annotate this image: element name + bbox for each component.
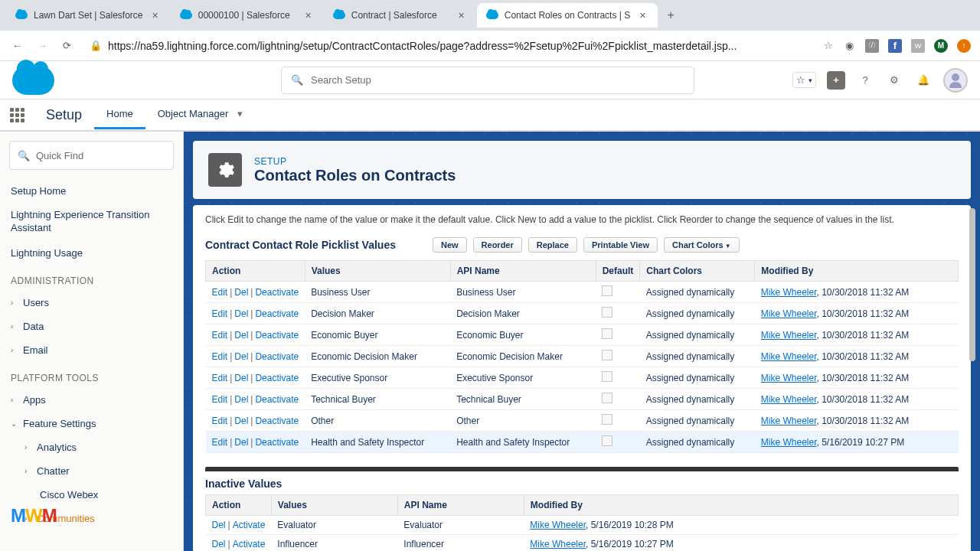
edit-link[interactable]: Edit [212,330,228,341]
browser-tab-strip: Lawn Dart Set | Salesforce × 00000100 | … [0,0,980,31]
setup-gear-icon[interactable]: ⚙ [885,71,903,90]
sidebar-item-feature-settings[interactable]: ⌄Feature Settings [0,412,183,435]
extension-icon[interactable]: ↑ [957,39,971,53]
sidebar-item-cisco-webex[interactable]: Cisco Webex [0,483,183,507]
del-link[interactable]: Del [234,416,248,426]
user-link[interactable]: Mike Wheeler [761,287,817,298]
edit-link[interactable]: Edit [212,373,228,383]
checkbox-icon[interactable] [602,393,612,403]
sidebar-item-users[interactable]: ›Users [0,291,183,315]
checkbox-icon[interactable] [602,307,612,318]
extension-icon[interactable]: ◉ [842,39,856,53]
deactivate-link[interactable]: Deactivate [255,351,299,362]
global-actions-icon[interactable]: + [827,71,845,90]
edit-link[interactable]: Edit [212,394,228,405]
checkbox-icon[interactable] [602,435,612,446]
close-icon[interactable]: × [302,9,315,21]
table-row: Del|ActivateInfluencerInfluencerMike Whe… [206,535,959,552]
deactivate-link[interactable]: Deactivate [255,373,299,383]
checkbox-icon[interactable] [602,285,612,296]
user-link[interactable]: Mike Wheeler [530,520,586,530]
tab-object-manager[interactable]: Object Manager ▾ [145,100,261,129]
del-link[interactable]: Del [212,539,226,549]
del-link[interactable]: Del [234,394,248,405]
tab-home[interactable]: Home [94,100,145,129]
user-link[interactable]: Mike Wheeler [761,394,817,405]
new-tab-button[interactable]: + [658,2,683,28]
profile-avatar-icon[interactable]: M [934,39,948,53]
sidebar-item-apps[interactable]: ›Apps [0,388,183,412]
edit-link[interactable]: Edit [212,351,228,362]
address-bar[interactable]: 🔒 https://na59.lightning.force.com/light… [83,40,815,52]
user-link[interactable]: Mike Wheeler [761,330,817,341]
edit-link[interactable]: Edit [212,287,228,298]
edit-link[interactable]: Edit [212,308,228,319]
sidebar-item-data[interactable]: ›Data [0,315,183,338]
deactivate-link[interactable]: Deactivate [255,416,299,426]
user-link[interactable]: Mike Wheeler [761,416,817,426]
salesforce-logo-icon[interactable] [12,66,54,95]
user-avatar[interactable] [943,68,968,93]
edit-link[interactable]: Edit [212,437,228,448]
close-icon[interactable]: × [149,9,162,21]
user-link[interactable]: Mike Wheeler [530,539,586,549]
sidebar-item-setup-home[interactable]: Setup Home [0,179,183,203]
deactivate-link[interactable]: Deactivate [255,308,299,319]
del-link[interactable]: Del [212,520,226,530]
sidebar-item-lightning-usage[interactable]: Lightning Usage [0,241,183,265]
printable-view-button[interactable]: Printable View [583,237,658,253]
browser-tab[interactable]: Contract | Salesforce × [324,3,477,28]
edit-link[interactable]: Edit [212,416,228,426]
sidebar-item-email[interactable]: ›Email [0,338,183,362]
del-link[interactable]: Del [234,287,248,298]
notifications-icon[interactable]: 🔔 [914,71,933,90]
del-link[interactable]: Del [234,437,248,448]
extension-icon[interactable]: W [911,39,925,53]
checkbox-icon[interactable] [602,414,612,425]
checkbox-icon[interactable] [602,328,612,339]
deactivate-link[interactable]: Deactivate [255,330,299,341]
del-link[interactable]: Del [234,373,248,383]
checkbox-icon[interactable] [602,350,612,360]
deactivate-link[interactable]: Deactivate [255,287,299,298]
close-icon[interactable]: × [456,9,468,21]
forward-button[interactable]: → [34,37,51,54]
browser-tab-active[interactable]: Contact Roles on Contracts | S × [477,3,658,28]
reload-button[interactable]: ⟳ [60,37,74,54]
user-link[interactable]: Mike Wheeler [761,351,817,362]
sidebar-item-leta[interactable]: Lightning Experience Transition Assistan… [0,203,183,241]
browser-tab[interactable]: Lawn Dart Set | Salesforce × [6,3,171,28]
close-icon[interactable]: × [636,9,648,21]
deactivate-link[interactable]: Deactivate [255,394,299,405]
checkbox-icon[interactable] [602,371,612,382]
help-icon[interactable]: ? [856,71,874,90]
del-link[interactable]: Del [234,351,248,362]
row-actions: Edit|Del|Deactivate [206,432,305,453]
tab-title: Lawn Dart Set | Salesforce [34,10,143,21]
sidebar-item-chatter[interactable]: ›Chatter [0,459,183,483]
cell-modified: Mike Wheeler, 5/16/2019 10:27 PM [755,432,959,453]
activate-link[interactable]: Activate [233,520,266,530]
user-link[interactable]: Mike Wheeler [761,308,817,319]
activate-link[interactable]: Activate [233,539,266,549]
favorites-button[interactable]: ☆ ▾ [792,72,816,88]
facebook-icon[interactable]: f [888,39,902,53]
scrollbar[interactable] [969,208,975,361]
replace-button[interactable]: Replace [528,237,577,253]
new-button[interactable]: New [433,237,467,253]
back-button[interactable]: ← [9,37,25,54]
del-link[interactable]: Del [234,330,248,341]
del-link[interactable]: Del [234,308,248,319]
user-link[interactable]: Mike Wheeler [761,373,817,383]
user-link[interactable]: Mike Wheeler [761,437,817,448]
reorder-button[interactable]: Reorder [473,237,522,253]
browser-tab[interactable]: 00000100 | Salesforce × [171,3,324,28]
chart-colors-button[interactable]: Chart Colors [664,237,740,253]
star-icon[interactable]: ☆ [824,40,833,51]
quick-find-input[interactable]: 🔍 Quick Find [9,141,174,170]
app-launcher-button[interactable] [0,99,34,131]
extension-icon[interactable]: 〈/〉 [865,39,879,53]
sidebar-item-analytics[interactable]: ›Analytics [0,435,183,459]
search-input[interactable]: 🔍 Search Setup [281,67,694,94]
deactivate-link[interactable]: Deactivate [255,437,299,448]
